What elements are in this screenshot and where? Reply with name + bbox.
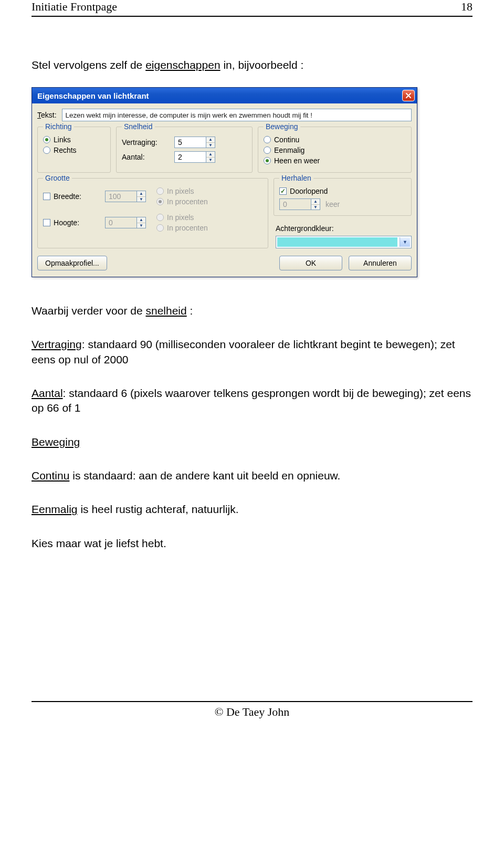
- radio-links[interactable]: [43, 136, 50, 143]
- doorlopend-row[interactable]: Doorlopend: [279, 187, 406, 195]
- body-p6-rest: is heel rustig achteraf, natuurlijk.: [78, 503, 239, 515]
- chevron-up-icon: ▲: [311, 199, 320, 205]
- breedte-stepper: ▲▼: [105, 191, 152, 202]
- chevron-down-icon[interactable]: ▼: [206, 158, 215, 163]
- intro-prefix: Stel vervolgens zelf de: [32, 59, 145, 71]
- achtergrond-label: Achtergrondkleur:: [276, 224, 412, 233]
- legend-beweging: Beweging: [264, 122, 300, 131]
- radio-breedte-pixels: [156, 187, 164, 195]
- ok-button[interactable]: OK: [279, 256, 342, 270]
- radio-heen-weer-label: Heen en weer: [274, 156, 320, 165]
- doc-header-title: Initiatie Frontpage: [32, 0, 117, 14]
- radio-breedte-procenten: [156, 198, 164, 205]
- body-p3: Aantal: standaard 6 (pixels waarover tel…: [32, 386, 472, 416]
- achtergrond-section: Achtergrondkleur: ▼: [274, 221, 412, 248]
- chevron-down-icon[interactable]: ▼: [400, 237, 410, 247]
- dialog-titlebar: Eigenschappen van lichtkrant: [32, 88, 417, 103]
- chevron-down-icon[interactable]: ▼: [206, 143, 215, 148]
- vertraging-input[interactable]: [174, 137, 206, 148]
- breedte-check-row[interactable]: Breedte:: [43, 192, 101, 201]
- radio-heen-weer[interactable]: [264, 157, 271, 164]
- body-p2-rest: : standaard 90 (milliseconden vooraleer …: [32, 338, 455, 365]
- breedte-checkbox[interactable]: [43, 193, 50, 200]
- body-p4: Beweging: [32, 435, 472, 449]
- body-p5: Continu is standaard: aan de andere kant…: [32, 468, 472, 483]
- color-swatch: [277, 237, 397, 247]
- body-p1-prefix: Waarbij verder voor de: [32, 305, 145, 317]
- group-snelheid: Snelheid Vertraging: ▲▼ Aantal: ▲▼: [116, 127, 253, 173]
- marquee-properties-dialog: Eigenschappen van lichtkrant Tekst: Rich…: [32, 87, 417, 277]
- body-p2: Vertraging: standaard 90 (milliseconden …: [32, 337, 472, 367]
- radio-eenmalig-label: Eenmalig: [274, 146, 304, 154]
- vertraging-stepper[interactable]: ▲▼: [174, 137, 215, 148]
- body-p3-ul: Aantal: [32, 387, 63, 399]
- body-p3-rest: : standaard 6 (pixels waarover telkens g…: [32, 387, 471, 414]
- legend-herhalen: Herhalen: [279, 174, 313, 182]
- body-p6-ul: Eenmalig: [32, 503, 78, 515]
- doorlopend-label: Doorlopend: [290, 187, 328, 195]
- vertraging-label: Vertraging:: [122, 138, 170, 147]
- close-icon[interactable]: [402, 90, 415, 101]
- radio-hoogte-pixels: [156, 214, 164, 221]
- radio-rechts-row[interactable]: Rechts: [43, 146, 105, 154]
- header-divider: [32, 16, 472, 17]
- doorlopend-checkbox[interactable]: [279, 187, 287, 195]
- dialog-title: Eigenschappen van lichtkrant: [37, 91, 149, 100]
- radio-rechts-label: Rechts: [54, 146, 77, 154]
- radio-heen-weer-row[interactable]: Heen en weer: [264, 156, 406, 165]
- opmaakprofiel-button[interactable]: Opmaakprofiel...: [37, 256, 107, 270]
- intro-paragraph: Stel vervolgens zelf de eigenschappen in…: [32, 59, 472, 71]
- radio-hoogte-pixels-label: In pixels: [167, 213, 194, 222]
- radio-links-row[interactable]: Links: [43, 135, 105, 144]
- group-richting: Richting Links Rechts: [37, 127, 111, 173]
- aantal-input[interactable]: [174, 151, 206, 163]
- chevron-up-icon[interactable]: ▲: [206, 137, 215, 143]
- chevron-down-icon: ▼: [137, 197, 145, 202]
- radio-breedte-pixels-label: In pixels: [167, 187, 194, 195]
- hoogte-label: Hoogte:: [54, 218, 79, 227]
- body-p4-label: Beweging: [32, 436, 80, 448]
- radio-links-label: Links: [54, 135, 71, 144]
- body-p1: Waarbij verder voor de snelheid :: [32, 304, 472, 318]
- doc-page-number: 18: [461, 0, 472, 14]
- intro-suffix: in, bijvoorbeeld :: [220, 59, 304, 71]
- radio-hoogte-procenten: [156, 224, 164, 232]
- annuleren-button[interactable]: Annuleren: [349, 256, 412, 270]
- radio-rechts[interactable]: [43, 147, 50, 154]
- legend-snelheid: Snelheid: [122, 122, 155, 131]
- aantal-stepper[interactable]: ▲▼: [174, 151, 215, 163]
- breedte-label: Breedte:: [54, 192, 81, 201]
- radio-continu-row[interactable]: Continu: [264, 135, 406, 144]
- radio-breedte-procenten-label: In procenten: [167, 197, 208, 206]
- chevron-up-icon: ▲: [137, 217, 145, 223]
- body-p2-ul: Vertraging: [32, 338, 82, 350]
- hoogte-check-row[interactable]: Hoogte:: [43, 218, 101, 227]
- radio-hoogte-procenten-label: In procenten: [167, 224, 208, 232]
- hoogte-checkbox[interactable]: [43, 219, 50, 226]
- color-dropdown[interactable]: ▼: [276, 236, 412, 248]
- chevron-down-icon: ▼: [311, 205, 320, 210]
- body-p7: Kies maar wat je liefst hebt.: [32, 536, 472, 551]
- chevron-up-icon[interactable]: ▲: [206, 152, 215, 158]
- intro-underlined: eigenschappen: [145, 59, 220, 71]
- tekst-input[interactable]: [62, 109, 412, 121]
- footer-divider: [32, 701, 472, 702]
- legend-richting: Richting: [43, 122, 74, 131]
- radio-eenmalig[interactable]: [264, 147, 271, 154]
- hoogte-input: [105, 217, 136, 228]
- breedte-input: [105, 191, 136, 202]
- aantal-label: Aantal:: [122, 153, 170, 161]
- radio-continu[interactable]: [264, 136, 271, 143]
- chevron-down-icon: ▼: [137, 223, 145, 228]
- hoogte-stepper: ▲▼: [105, 217, 152, 228]
- radio-eenmalig-row[interactable]: Eenmalig: [264, 146, 406, 154]
- keer-stepper: ▲▼: [279, 198, 320, 210]
- body-p5-rest: is standaard: aan de andere kant uit bee…: [69, 469, 340, 482]
- body-p1-suffix: :: [187, 305, 193, 317]
- body-p6: Eenmalig is heel rustig achteraf, natuur…: [32, 502, 472, 517]
- chevron-up-icon: ▲: [137, 191, 145, 197]
- body-p1-underlined: snelheid: [145, 305, 186, 317]
- keer-input: [279, 198, 311, 210]
- group-beweging: Beweging Continu Eenmalig Heen en weer: [258, 127, 412, 173]
- tekst-label: Tekst:: [37, 111, 57, 119]
